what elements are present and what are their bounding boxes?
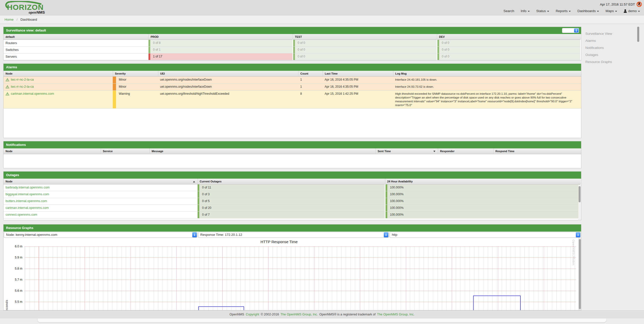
status-strip xyxy=(198,212,199,218)
status-cell[interactable]: 0 of 0 xyxy=(437,40,581,47)
column-header[interactable]: Node xyxy=(4,179,198,184)
status-strip xyxy=(437,53,439,60)
notices-off-icon[interactable] xyxy=(636,2,642,7)
opennms-group-link[interactable]: The OpenNMS Group, Inc. xyxy=(377,313,414,316)
severity-strip xyxy=(113,91,116,108)
status-cell[interactable]: 0 of 0 xyxy=(437,47,581,53)
alarm-node-link[interactable]: twc-rr-nc-2-la-ca xyxy=(11,85,34,88)
alarm-row: twc-rr-nc-2-la-ca Minor uei.opennms.org/… xyxy=(4,84,581,91)
status-strip xyxy=(293,53,295,60)
notifications-header: Notifications xyxy=(4,141,581,148)
outage-node-link[interactable]: biggayal.internal.opennms.com xyxy=(6,192,49,196)
current-outages-cell: 0 of 20 xyxy=(198,205,385,212)
uei-cell: uei.opennms.org/nodes/interfaceDown xyxy=(158,84,298,91)
status-cell[interactable]: 0 of 0 xyxy=(293,47,437,53)
alarm-row: twc-rr-nc-2-la-ca Minor uei.opennms.org/… xyxy=(4,77,581,84)
dashboard-sidebar: Surveillance View Alarms Notifications O… xyxy=(585,30,641,66)
status-cell[interactable]: 0 of 0 xyxy=(293,40,437,47)
sidebar-item-alarms[interactable]: Alarms xyxy=(585,37,641,44)
availability-cell: 100.000% xyxy=(385,205,581,212)
alarms-table: Node Severity UEI Count Last Time Log Ms… xyxy=(4,71,581,109)
nav-search[interactable]: Search xyxy=(504,9,514,13)
y-axis-label: Seconds xyxy=(5,280,9,310)
alarm-node-link[interactable]: cartman.internal.opennms.com xyxy=(11,92,54,95)
nav-maps[interactable]: Maps xyxy=(605,9,617,13)
severity-cell: Minor xyxy=(113,84,158,91)
sidebar-item-outages[interactable]: Outages xyxy=(585,51,641,58)
column-header: Count xyxy=(298,71,323,77)
breadcrumb: Home / Dashboard xyxy=(0,16,644,24)
nav-dashboards[interactable]: Dashboards xyxy=(577,9,599,13)
nav-info[interactable]: Info xyxy=(521,9,530,13)
surveillance-view-select[interactable]: default xyxy=(562,28,579,33)
outage-node-link[interactable]: connect.opennms.com xyxy=(6,213,37,216)
graph-type-select[interactable]: http xyxy=(390,232,581,238)
table-row: Routers 0 of 8 0 of 0 0 of 0 xyxy=(4,40,581,47)
sidebar-item-surveillance-view[interactable]: Surveillance View xyxy=(585,30,641,37)
column-header: Node xyxy=(4,71,113,77)
table-row: cartman.internal.opennms.com 0 of 20 100… xyxy=(4,205,581,212)
y-axis-tick: 5.7 m xyxy=(7,278,22,281)
table-row: connect.opennms.com 0 of 7 100.000% xyxy=(4,212,581,218)
opennms-group-link[interactable]: The OpenNMS Group, Inc. xyxy=(280,313,318,316)
sidebar-item-notifications[interactable]: Notifications xyxy=(585,44,641,51)
column-header: UEI xyxy=(158,71,298,77)
http-response-time-chart: HTTP Response Time 6.0 m 5.9 m 5.8 m 5.7… xyxy=(4,238,581,310)
availability-cell: 100.000% xyxy=(385,191,581,198)
column-header[interactable]: Respond Time xyxy=(493,148,581,154)
column-header[interactable]: Sent Time xyxy=(375,148,438,154)
column-header: Log Msg xyxy=(393,71,581,77)
column-header[interactable]: Responder xyxy=(438,148,493,154)
status-cell[interactable]: 0 of 0 xyxy=(437,53,581,60)
count-cell: 1 xyxy=(298,84,323,91)
graph-scrollbar[interactable] xyxy=(578,238,581,310)
table-row: barbrady.internal.opennms.com 0 of 11 10… xyxy=(4,184,581,191)
outages-scrollbar[interactable] xyxy=(578,185,581,220)
current-outages-cell: 0 of 3 xyxy=(198,191,385,198)
scrollbar-thumb[interactable] xyxy=(579,186,581,202)
column-header[interactable]: Service xyxy=(101,148,149,154)
alarm-triangle-icon xyxy=(6,92,9,95)
column-header[interactable]: Node xyxy=(4,148,101,154)
sidebar-item-resource-graphs[interactable]: Resource Graphs xyxy=(585,58,641,66)
column-header: TEST xyxy=(293,34,437,40)
column-header: Last Time xyxy=(323,71,393,77)
copyright-link[interactable]: Copyright xyxy=(246,313,259,316)
nav-status[interactable]: Status xyxy=(536,9,549,13)
alarm-node-link[interactable]: twc-rr-nc-2-la-ca xyxy=(11,78,34,81)
nav-reports[interactable]: Reports xyxy=(556,9,571,13)
column-header[interactable]: Current Outages xyxy=(198,179,385,184)
column-header[interactable]: Message xyxy=(149,148,375,154)
alarms-panel: Alarms Node Severity UEI Count Last Time… xyxy=(3,63,581,138)
column-header[interactable]: 24 Hour Availability xyxy=(385,179,581,184)
node-select[interactable]: Node: kenny.internal.opennms.com xyxy=(4,232,197,238)
bottom-strip xyxy=(0,318,644,324)
current-outages-cell: 0 of 7 xyxy=(198,212,385,218)
outage-node-link[interactable]: barbrady.internal.opennms.com xyxy=(6,186,50,189)
outage-node-link[interactable]: butters.internal.opennms.com xyxy=(6,199,47,203)
status-cell[interactable]: 0 of 1 xyxy=(148,47,293,53)
log-msg-cell: Interface 24.43.181.105 is down. xyxy=(393,77,581,84)
user-icon xyxy=(624,9,627,13)
breadcrumb-home-link[interactable]: Home xyxy=(5,18,14,21)
status-strip xyxy=(293,47,295,53)
alarm-triangle-icon xyxy=(6,85,9,88)
status-cell[interactable]: 0 of 8 xyxy=(148,40,293,47)
outage-node-link[interactable]: cartman.internal.opennms.com xyxy=(6,206,49,210)
series-segment xyxy=(473,296,521,310)
status-cell[interactable]: 1 of 17 xyxy=(148,53,293,60)
status-cell[interactable]: 0 of 0 xyxy=(293,53,437,60)
status-strip xyxy=(437,40,439,46)
severity-strip xyxy=(113,84,116,90)
log-msg-cell: Interface 24.93.73.62 is down. xyxy=(393,84,581,91)
alarm-row: cartman.internal.opennms.com Warning uei… xyxy=(4,91,581,109)
status-strip xyxy=(386,205,387,211)
window-scrollbar-thumb[interactable] xyxy=(637,27,639,42)
scrollbar-thumb[interactable] xyxy=(579,239,581,309)
status-strip xyxy=(386,184,387,191)
last-time-cell: Apr 16, 2016 4:35:05 PM xyxy=(323,84,393,91)
nav-user-menu[interactable]: demo xyxy=(624,9,640,13)
outages-panel: Outages Node Current Outages 24 Hour Ava… xyxy=(3,171,581,220)
resource-select[interactable]: Response Time: 172.20.1.12 xyxy=(198,232,389,238)
last-time-cell: Apr 16, 2016 4:35:05 PM xyxy=(323,77,393,84)
